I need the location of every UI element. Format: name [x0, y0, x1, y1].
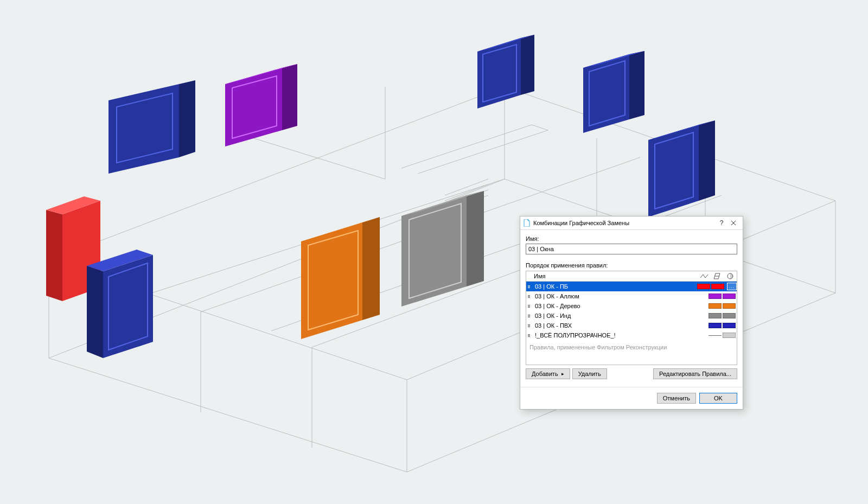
drag-handle-icon[interactable]	[526, 305, 532, 308]
window-object[interactable]	[87, 250, 153, 358]
help-button[interactable]: ?	[716, 217, 727, 229]
window-object[interactable]	[583, 51, 644, 133]
rule-swatches	[709, 303, 736, 309]
rule-name: !_ВСЁ ПОЛУПРОЗРАЧНОЕ_!	[532, 332, 709, 339]
edit-rules-button[interactable]: Редактировать Правила...	[653, 368, 737, 379]
svg-marker-52	[467, 191, 484, 286]
rule-row[interactable]: 03 | ОК - ПВХ	[526, 321, 737, 330]
column-name: Имя	[532, 273, 698, 279]
svg-marker-47	[301, 222, 362, 339]
name-input[interactable]	[526, 244, 737, 254]
drag-handle-icon[interactable]	[526, 295, 532, 298]
remove-button[interactable]: Удалить	[572, 368, 607, 379]
rule-name: 03 | ОК - ПБ	[532, 283, 697, 290]
rule-swatches	[709, 333, 736, 338]
rule-swatches	[697, 284, 724, 289]
rule-name: 03 | ОК - Инд	[532, 312, 709, 319]
rule-swatches	[709, 323, 736, 328]
dialog-titlebar[interactable]: Комбинации Графической Замены ?	[520, 216, 743, 230]
line-style-icon	[698, 273, 711, 279]
rule-row[interactable]: 03 | ОК - Аллюм	[526, 291, 737, 301]
fill-style-icon	[711, 273, 724, 279]
close-button[interactable]	[727, 217, 739, 229]
window-object[interactable]	[477, 35, 534, 109]
rules-table: Имя 03 | ОК - ПБ...03 | ОК - Аллюм03 | О…	[526, 271, 737, 365]
svg-marker-29	[521, 35, 534, 95]
rule-name: 03 | ОК - ПВХ	[532, 322, 709, 329]
rule-row[interactable]: 03 | ОК - Инд	[526, 311, 737, 321]
window-object[interactable]	[225, 64, 297, 146]
window-object[interactable]	[108, 80, 195, 174]
window-object[interactable]	[301, 217, 380, 339]
svg-marker-21	[179, 80, 195, 157]
rule-swatches	[709, 294, 736, 299]
rules-header: Имя	[526, 271, 737, 282]
graphic-override-dialog: Комбинации Графической Замены ? Имя: Пор…	[520, 216, 743, 410]
rule-row[interactable]: 03 | ОК - Дерево	[526, 301, 737, 311]
svg-marker-41	[46, 210, 62, 301]
rule-swatches	[709, 313, 736, 318]
add-button[interactable]: Добавить▸	[526, 368, 570, 379]
drag-handle-icon[interactable]	[526, 334, 532, 337]
drag-handle-icon[interactable]	[526, 324, 532, 327]
rules-list[interactable]: 03 | ОК - ПБ...03 | ОК - Аллюм03 | ОК - …	[526, 282, 737, 340]
dialog-title: Комбинации Графической Замены	[533, 220, 716, 226]
rule-row[interactable]: 03 | ОК - ПБ...	[526, 282, 737, 291]
name-label: Имя:	[526, 235, 737, 242]
svg-marker-37	[699, 120, 715, 201]
ok-button[interactable]: OK	[699, 393, 737, 404]
svg-marker-48	[362, 217, 380, 320]
drag-handle-icon[interactable]	[526, 315, 532, 317]
surface-style-icon	[724, 273, 737, 279]
rule-name: 03 | ОК - Дерево	[532, 303, 709, 309]
cancel-button[interactable]: Отменить	[657, 393, 696, 404]
rule-name: 03 | ОК - Аллюм	[532, 293, 709, 299]
svg-marker-24	[225, 68, 282, 146]
chevron-right-icon: ▸	[561, 371, 564, 377]
rule-row[interactable]: !_ВСЁ ПОЛУПРОЗРАЧНОЕ_!	[526, 330, 737, 340]
svg-marker-25	[282, 64, 297, 130]
svg-marker-20	[108, 84, 179, 174]
more-button[interactable]: ...	[727, 283, 737, 290]
rules-note: Правила, примененные Фильтром Реконструк…	[526, 340, 737, 365]
document-icon	[524, 219, 530, 227]
drag-handle-icon[interactable]	[526, 285, 532, 288]
svg-marker-44	[87, 266, 103, 358]
svg-marker-28	[477, 38, 521, 109]
svg-marker-33	[629, 51, 644, 119]
order-label: Порядок применения правил:	[526, 262, 737, 269]
